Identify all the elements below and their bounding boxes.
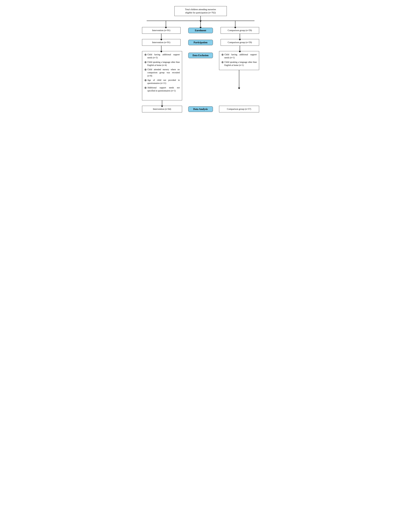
total-n: n: [209, 11, 210, 14]
intervention-enrolment-box: Intervention (n=91): [142, 27, 181, 34]
right-exclusion-item-1: ⊕ Child having additional support needs …: [221, 53, 257, 59]
left-exclusion-item-2: ⊕ Child speaking a language other than E…: [144, 61, 180, 67]
total-line2: eligible for participation (n=762): [185, 11, 216, 14]
int-enrol-text: Intervention (n=91): [152, 29, 170, 32]
right-exclusion-item-2: ⊕ Child speaking a language other than E…: [221, 61, 257, 67]
left-exclusion-item-5: ⊕ Additional support needs not specified…: [144, 86, 180, 93]
comp-enrol-text: Comparison group (n=59): [228, 29, 252, 32]
comp-part-text: Comparison group (n=59): [228, 41, 252, 44]
total-box: Total children attending nurseries eligi…: [175, 6, 227, 16]
left-exclusion-item-1: ⊕ Child having additional support needs …: [144, 53, 180, 59]
data-analysis-label: Data Analysis: [188, 106, 213, 112]
total-line1: Total children attending nurseries: [185, 8, 216, 11]
left-exclusion-item-3: ⊕ Child attended nursery where no compar…: [144, 68, 180, 77]
left-exclusion-box: ⊕ Child having additional support needs …: [142, 51, 182, 100]
comparison-analysis-box: Comparison group (n=57): [219, 106, 259, 112]
comp-analysis-text: Comparison group (n=57): [227, 108, 251, 110]
participation-label: Participation: [188, 40, 213, 45]
left-exclusion-item-4: ⊕ Age of child not provided in questionn…: [144, 79, 180, 85]
data-exclusion-label: Data Exclusion: [188, 53, 213, 58]
flowchart: Total children attending nurseries eligi…: [141, 6, 261, 112]
int-analysis-text: Intervention (n=64): [153, 108, 171, 110]
right-exclusion-box: ⊕ Child having additional support needs …: [219, 51, 259, 70]
comparison-enrolment-box: Comparison group (n=59): [221, 27, 259, 34]
int-part-text: Intervention (n=91): [152, 41, 170, 44]
